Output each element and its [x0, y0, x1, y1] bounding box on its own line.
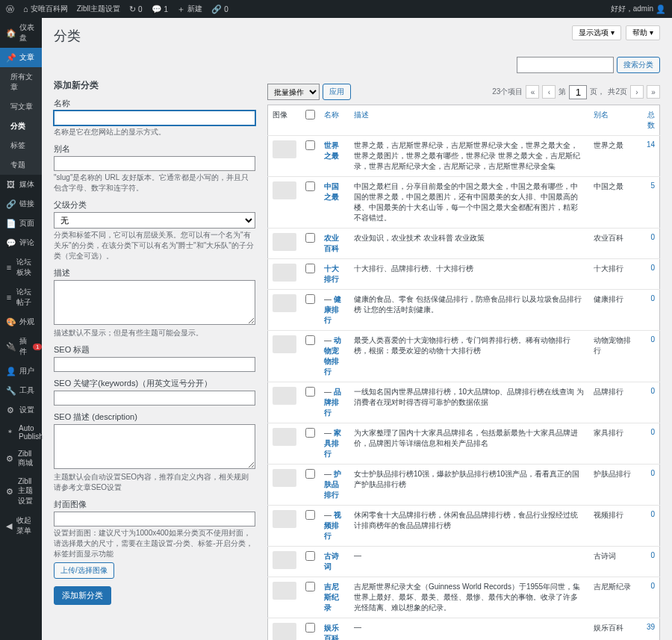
- category-link[interactable]: 十大排行: [324, 264, 339, 283]
- seo-desc-field[interactable]: [54, 424, 255, 469]
- sidebar-item-comments[interactable]: 💬评论: [0, 233, 42, 252]
- row-count[interactable]: 0: [637, 506, 659, 547]
- sidebar-item-autopublish[interactable]: ＊Auto Publish: [0, 420, 42, 445]
- row-count[interactable]: 0: [637, 229, 659, 259]
- category-link[interactable]: 吉尼斯纪录: [324, 582, 339, 612]
- category-link[interactable]: 农业百科: [324, 234, 339, 252]
- updates-link[interactable]: ↻0: [129, 4, 143, 14]
- greeting[interactable]: 好好，admin 👤: [611, 4, 666, 14]
- cover-field[interactable]: [54, 512, 255, 526]
- page-first[interactable]: «: [526, 85, 539, 99]
- row-checkbox[interactable]: [305, 294, 315, 304]
- page-next[interactable]: ›: [630, 85, 644, 99]
- row-desc: 为大家整理了国内十大家具品牌排名，包括最新最热十大家具品牌进价，品牌图片等详细信…: [349, 423, 589, 465]
- row-checkbox[interactable]: [305, 140, 315, 150]
- sidebar-item-tools[interactable]: 🔧工具: [0, 381, 42, 400]
- row-count[interactable]: 0: [637, 547, 659, 577]
- name-field[interactable]: [54, 111, 255, 125]
- category-link[interactable]: 古诗词: [324, 552, 339, 571]
- upload-button[interactable]: 上传/选择图像: [54, 562, 114, 579]
- site-link[interactable]: ⌂安唯百科网: [23, 4, 68, 14]
- parent-select[interactable]: 无: [54, 212, 255, 229]
- row-checkbox[interactable]: [305, 335, 315, 345]
- help-button[interactable]: 帮助 ▾: [626, 25, 660, 40]
- bulk-apply-top[interactable]: 应用: [323, 84, 351, 100]
- row-checkbox[interactable]: [305, 233, 315, 243]
- sidebar-item-appearance[interactable]: 🎨外观: [0, 312, 42, 332]
- row-count[interactable]: 39: [637, 618, 659, 641]
- row-checkbox[interactable]: [305, 469, 315, 479]
- row-count[interactable]: 0: [637, 577, 659, 618]
- page-prev[interactable]: ‹: [542, 85, 556, 99]
- row-checkbox[interactable]: [305, 181, 315, 191]
- screen-options-button[interactable]: 显示选项 ▾: [572, 25, 621, 40]
- sidebar-sub-tag[interactable]: 标签: [0, 136, 42, 155]
- sidebar-sub-new[interactable]: 写文章: [0, 97, 42, 116]
- row-count[interactable]: 0: [637, 382, 659, 423]
- slug-label: 别名: [54, 143, 255, 155]
- thumb-placeholder: [273, 623, 296, 640]
- row-checkbox[interactable]: [305, 510, 315, 520]
- submit-button[interactable]: 添加新分类: [54, 586, 111, 605]
- sidebar-item-links[interactable]: 🔗链接: [0, 194, 42, 214]
- row-checkbox[interactable]: [305, 623, 315, 633]
- row-slug: 视频排行: [589, 506, 637, 547]
- row-checkbox[interactable]: [305, 428, 315, 438]
- sidebar-item-media[interactable]: 🖼媒体: [0, 175, 42, 194]
- theme-settings-link[interactable]: Zibll主题设置: [77, 4, 120, 14]
- col-count[interactable]: 总数: [637, 105, 659, 136]
- row-count[interactable]: 0: [637, 290, 659, 331]
- row-count[interactable]: 0: [637, 331, 659, 382]
- row-count[interactable]: 0: [637, 423, 659, 465]
- sidebar-item-forum-post[interactable]: ≡论坛帖子: [0, 282, 42, 312]
- table-row: 十大排行 十大排行、品牌排行榜、十大排行榜 十大排行 0: [268, 259, 660, 290]
- row-desc: 十大排行、品牌排行榜、十大排行榜: [349, 259, 589, 290]
- comments-link[interactable]: 💬1: [152, 4, 169, 14]
- row-count[interactable]: 14: [637, 136, 659, 177]
- col-slug[interactable]: 别名: [589, 105, 637, 136]
- row-slug: 中国之最: [589, 177, 637, 229]
- sidebar-item-forum-mod[interactable]: ≡论坛板块: [0, 252, 42, 282]
- category-link[interactable]: 世界之最: [324, 141, 339, 160]
- sidebar-item-pages[interactable]: 📄页面: [0, 214, 42, 233]
- sidebar-sub-all[interactable]: 所有文章: [0, 67, 42, 97]
- sidebar-item-zibll-theme[interactable]: ⚙Zibll主题设置: [0, 473, 42, 511]
- search-input[interactable]: [517, 57, 614, 73]
- row-count[interactable]: 5: [637, 177, 659, 229]
- row-slug: 十大排行: [589, 259, 637, 290]
- slug-field[interactable]: [54, 156, 255, 171]
- seo-title-field[interactable]: [54, 357, 255, 372]
- sidebar-sub-topic[interactable]: 专题: [0, 155, 42, 175]
- search-button[interactable]: 搜索分类: [617, 57, 660, 73]
- row-checkbox[interactable]: [305, 582, 315, 591]
- desc-field[interactable]: [54, 280, 255, 325]
- sidebar-collapse[interactable]: ◀收起菜单: [0, 511, 42, 541]
- col-name[interactable]: 名称: [320, 105, 349, 136]
- col-image[interactable]: 图像: [268, 105, 302, 136]
- seo-keywords-field[interactable]: [54, 391, 255, 406]
- sidebar-item-zibll-mall[interactable]: ⚙Zibll商城: [0, 445, 42, 473]
- category-link[interactable]: 娱乐百科: [324, 624, 339, 640]
- sidebar-item-dashboard[interactable]: 🏠仪表盘: [0, 18, 42, 48]
- row-desc: 吉尼斯世界纪录大全（Guinness World Records）于1955年问…: [349, 577, 589, 618]
- row-checkbox[interactable]: [305, 264, 315, 273]
- page-last[interactable]: »: [647, 85, 660, 99]
- col-desc[interactable]: 描述: [349, 105, 589, 136]
- bulk-action-top[interactable]: 批量操作: [267, 84, 320, 100]
- new-link[interactable]: ＋新建: [177, 4, 202, 15]
- row-checkbox[interactable]: [305, 387, 315, 397]
- links-count[interactable]: 🔗0: [211, 4, 228, 14]
- row-count[interactable]: 0: [637, 465, 659, 506]
- select-all-top[interactable]: [305, 110, 315, 119]
- sidebar-item-users[interactable]: 👤用户: [0, 361, 42, 381]
- sidebar-item-settings[interactable]: ⚙设置: [0, 400, 42, 420]
- sidebar-item-posts[interactable]: 📌文章: [0, 48, 42, 67]
- wp-logo[interactable]: ⓦ: [6, 4, 14, 15]
- category-link[interactable]: 中国之最: [324, 182, 339, 201]
- row-count[interactable]: 0: [637, 259, 659, 290]
- sidebar-item-plugins[interactable]: 🔌插件1: [0, 332, 42, 361]
- sidebar-sub-cat[interactable]: 分类: [0, 116, 42, 136]
- row-checkbox[interactable]: [305, 551, 315, 561]
- page-current[interactable]: [569, 85, 587, 99]
- row-desc: 最受人类喜爱的十大宠物排行榜，专门饲养排行榜。稀有动物排行榜，根据：最受欢迎的动…: [349, 331, 589, 382]
